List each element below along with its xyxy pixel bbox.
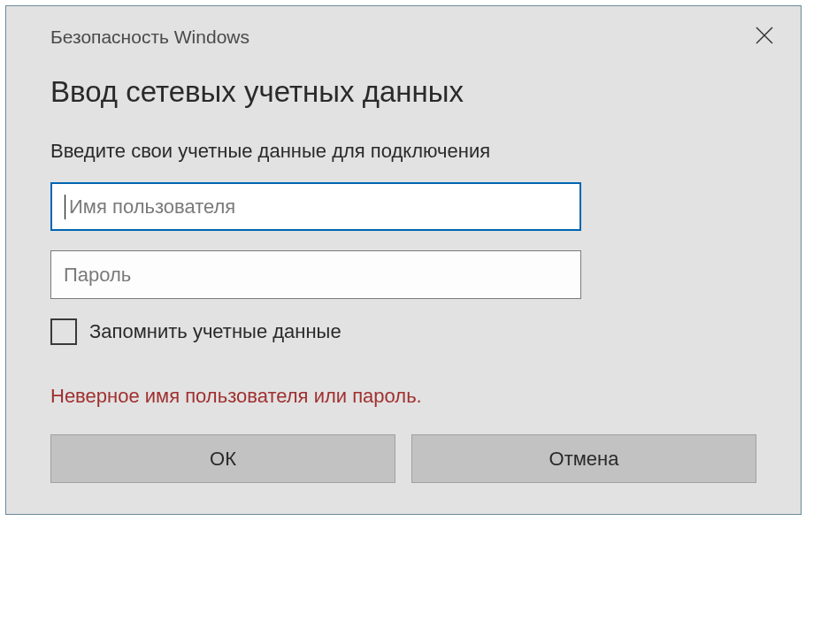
password-placeholder: Пароль [64,264,131,287]
titlebar: Безопасность Windows [50,6,783,59]
button-row: ОК Отмена [50,434,756,483]
username-placeholder: Имя пользователя [69,196,235,218]
cancel-button[interactable]: Отмена [411,434,756,483]
remember-label: Запомнить учетные данные [89,320,341,343]
remember-checkbox-row: Запомнить учетные данные [50,318,756,345]
dialog-heading: Ввод сетевых учетных данных [50,75,756,109]
ok-button-label: ОК [210,448,236,471]
credentials-dialog: Безопасность Windows Ввод сетевых учетны… [5,5,802,515]
ok-button[interactable]: ОК [50,434,395,483]
titlebar-title: Безопасность Windows [50,27,249,48]
cancel-button-label: Отмена [549,448,619,471]
password-input[interactable]: Пароль [50,250,581,299]
remember-checkbox[interactable] [50,318,77,345]
close-icon[interactable] [746,22,783,52]
dialog-prompt: Введите свои учетные данные для подключе… [50,140,756,163]
username-input[interactable]: Имя пользователя [50,182,581,231]
error-message: Неверное имя пользователя или пароль. [50,385,756,408]
